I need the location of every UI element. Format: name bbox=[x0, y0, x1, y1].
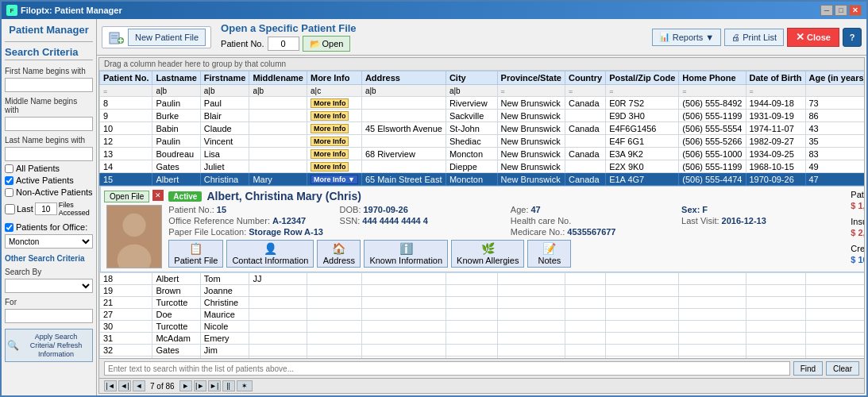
col-more-info[interactable]: More Info bbox=[307, 71, 361, 85]
more-info-button[interactable]: More Info bbox=[311, 111, 349, 121]
first-page-button[interactable]: |◄ bbox=[104, 380, 117, 391]
col-province[interactable]: Province/State bbox=[497, 71, 565, 85]
minimize-button[interactable]: ─ bbox=[820, 5, 833, 16]
patient-no-input[interactable] bbox=[268, 37, 299, 51]
table-row[interactable]: 8 Paulin Paul More Info Riverview New Br… bbox=[100, 97, 865, 110]
cell-dob bbox=[746, 333, 805, 345]
cell-province: New Brunswick bbox=[497, 160, 565, 173]
cell-address bbox=[361, 333, 446, 345]
allergies-button[interactable]: 🌿 Known Allergies bbox=[451, 240, 524, 268]
new-patient-button[interactable]: New Patient File bbox=[128, 29, 206, 46]
filter-moreinfo-input[interactable] bbox=[311, 87, 358, 95]
find-button[interactable]: Find bbox=[793, 361, 823, 376]
clear-button[interactable]: Clear bbox=[826, 361, 859, 376]
filter-city-input[interactable] bbox=[449, 87, 494, 95]
col-phone[interactable]: Home Phone bbox=[679, 71, 746, 85]
first-name-input[interactable] bbox=[5, 78, 93, 92]
search-within-input[interactable] bbox=[104, 361, 790, 376]
table-row[interactable]: 18 Albert Tom JJ bbox=[100, 273, 865, 285]
filter-address-input[interactable] bbox=[365, 87, 442, 95]
back-button[interactable]: ◄ bbox=[133, 380, 145, 391]
contact-info-button[interactable]: 👤 Contact Information bbox=[226, 240, 314, 268]
reports-button[interactable]: 📊 Reports ▼ bbox=[652, 29, 721, 46]
last-page-button[interactable]: ►| bbox=[208, 380, 221, 391]
known-info-button[interactable]: ℹ️ Known Information bbox=[364, 240, 448, 268]
cell-postal: E4F6G1456 bbox=[606, 122, 679, 135]
more-info-button[interactable]: More Info bbox=[311, 98, 349, 108]
close-button[interactable]: ✕ Close bbox=[787, 28, 839, 47]
table-row[interactable]: 15 Albert Christina Mary More Info ▼ 65 … bbox=[100, 173, 865, 186]
notes-button[interactable]: 📝 Notes bbox=[527, 240, 571, 268]
for-label: For bbox=[5, 298, 93, 306]
patients-office-checkbox[interactable] bbox=[5, 223, 14, 232]
table-row[interactable]: 21 Turcotte Christine bbox=[100, 297, 865, 309]
filter-lastname-input[interactable] bbox=[156, 87, 196, 95]
office-select[interactable]: Moncton bbox=[5, 234, 93, 249]
address-button[interactable]: 🏠 Address bbox=[317, 240, 361, 268]
more-info-button[interactable]: More Info ▼ bbox=[311, 175, 358, 184]
active-patients-checkbox[interactable] bbox=[5, 176, 14, 185]
cell-dob bbox=[746, 309, 805, 321]
cell-no: 32 bbox=[100, 345, 152, 357]
open-file-button[interactable]: 📂 Open bbox=[303, 36, 351, 52]
col-country[interactable]: Country bbox=[565, 71, 605, 85]
open-file-detail-button[interactable]: Open File bbox=[104, 191, 149, 202]
table-row[interactable]: 14 Gates Juliet More Info Dieppe New Bru… bbox=[100, 160, 865, 173]
next-page-button[interactable]: |► bbox=[194, 380, 206, 391]
last-files-checkbox[interactable] bbox=[5, 204, 15, 214]
cell-phone bbox=[679, 297, 746, 309]
col-firstname[interactable]: Firstname bbox=[200, 71, 249, 85]
col-lastname[interactable]: Lastname bbox=[152, 71, 200, 85]
filter-middle-input[interactable] bbox=[253, 87, 303, 95]
col-city[interactable]: City bbox=[446, 71, 497, 85]
forward-button[interactable]: ► bbox=[179, 380, 192, 391]
active-patients-label: Active Patients bbox=[16, 175, 74, 185]
help-button[interactable]: ? bbox=[843, 28, 862, 47]
apply-search-button[interactable]: 🔍 Apply Search Criteria/ Refresh Informa… bbox=[5, 329, 93, 362]
last-value-input[interactable] bbox=[35, 202, 57, 215]
cell-province bbox=[497, 309, 565, 321]
more-info-button[interactable]: More Info bbox=[311, 137, 349, 146]
for-input[interactable] bbox=[5, 309, 93, 323]
window-close-button[interactable]: ✕ bbox=[849, 5, 862, 16]
more-info-button[interactable]: More Info bbox=[311, 162, 349, 172]
col-address[interactable]: Address bbox=[361, 71, 446, 85]
middle-name-input[interactable] bbox=[5, 117, 93, 131]
cell-phone: (506) 555-1199 bbox=[679, 160, 746, 173]
col-dob[interactable]: Date of Birth bbox=[746, 71, 805, 85]
cell-city bbox=[446, 285, 497, 297]
table-row[interactable]: 19 Brown Joanne bbox=[100, 285, 865, 297]
table-row[interactable]: 13 Boudreau Lisa More Info 68 Riverview … bbox=[100, 148, 865, 160]
table-row[interactable]: 27 Doe Maurice bbox=[100, 309, 865, 321]
table-scroll[interactable]: Patient No. Lastname Firstname Middlenam… bbox=[99, 71, 864, 358]
table-row[interactable]: 9 Burke Blair More Info Sackville New Br… bbox=[100, 110, 865, 122]
options-button[interactable]: ✶ bbox=[237, 380, 253, 391]
table-row[interactable]: 31 McAdam Emery bbox=[100, 333, 865, 345]
medicare-field: Medicare No.: 4535567677 bbox=[511, 227, 846, 237]
prev-page-button[interactable]: ◄| bbox=[118, 380, 131, 391]
table-row[interactable]: 30 Turcotte Nicole bbox=[100, 321, 865, 333]
col-age[interactable]: Age (in years) bbox=[805, 71, 864, 85]
cell-middle bbox=[249, 135, 307, 148]
col-postal[interactable]: Postal/Zip Code bbox=[606, 71, 679, 85]
col-middlename[interactable]: Middlename bbox=[249, 71, 307, 85]
cell-age: 47 bbox=[805, 173, 864, 186]
table-row[interactable]: 12 Paulin Vincent More Info Shediac New … bbox=[100, 135, 865, 148]
patient-file-button[interactable]: 📋 Patient File bbox=[168, 240, 223, 268]
search-by-select[interactable] bbox=[5, 279, 93, 293]
cell-middle: Mary bbox=[249, 173, 307, 186]
all-patients-checkbox[interactable] bbox=[5, 164, 14, 173]
last-name-input[interactable] bbox=[5, 147, 93, 161]
print-list-button[interactable]: 🖨 Print List bbox=[724, 29, 784, 46]
detail-close-button[interactable]: ✕ bbox=[152, 190, 164, 201]
filter-firstname-input[interactable] bbox=[204, 87, 246, 95]
search-criteria-label: Search Criteria bbox=[5, 46, 93, 60]
table-row[interactable]: 32 Gates Jim bbox=[100, 345, 865, 357]
pause-button[interactable]: || bbox=[222, 380, 235, 391]
more-info-button[interactable]: More Info bbox=[311, 124, 349, 133]
non-active-checkbox[interactable] bbox=[5, 188, 14, 197]
table-row[interactable]: 10 Babin Claude More Info 45 Elsworth Av… bbox=[100, 122, 865, 135]
col-patient-no[interactable]: Patient No. bbox=[100, 71, 152, 85]
maximize-button[interactable]: □ bbox=[835, 5, 847, 16]
more-info-button[interactable]: More Info bbox=[311, 149, 349, 159]
